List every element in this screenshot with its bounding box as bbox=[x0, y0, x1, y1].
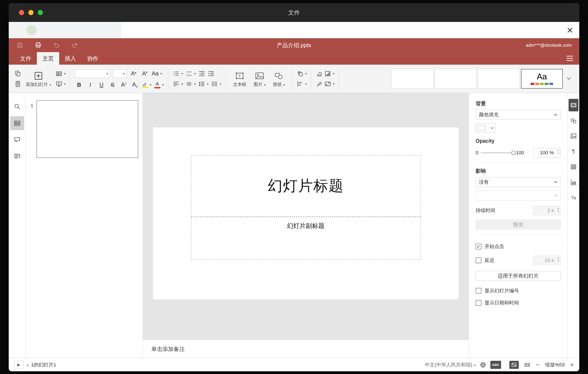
search-panel-button[interactable] bbox=[10, 100, 24, 114]
zoom-out-button[interactable]: − bbox=[536, 362, 540, 368]
clear-style-button[interactable] bbox=[316, 70, 323, 77]
arrange-shape-button[interactable] bbox=[297, 70, 307, 77]
spinner-arrows-icon[interactable]: ▴▾ bbox=[558, 207, 559, 212]
start-on-click-checkbox[interactable]: ✓ bbox=[476, 244, 482, 249]
copy-button[interactable] bbox=[14, 70, 21, 77]
slide-thumbnail[interactable] bbox=[36, 100, 138, 158]
preview-button[interactable]: 预览 bbox=[476, 220, 561, 230]
background-fill-select[interactable]: 颜色填充 bbox=[476, 110, 561, 120]
insert-textbox-button[interactable]: T 文本框 bbox=[230, 71, 249, 87]
theme-tile[interactable] bbox=[478, 69, 520, 88]
font-size-combo[interactable] bbox=[113, 69, 127, 78]
chart-settings-button[interactable] bbox=[568, 176, 578, 188]
slide-settings-button[interactable] bbox=[568, 99, 578, 111]
italic-button[interactable]: I bbox=[86, 82, 94, 88]
vertical-align-button[interactable] bbox=[186, 80, 196, 87]
bullets-button[interactable] bbox=[173, 70, 183, 77]
chat-panel-button[interactable] bbox=[10, 149, 24, 163]
insert-shape-button[interactable]: 形状 bbox=[270, 71, 287, 87]
fit-to-slide-button[interactable] bbox=[509, 361, 519, 369]
align-shape-button[interactable] bbox=[297, 80, 307, 87]
theme-tile[interactable] bbox=[392, 69, 433, 88]
undo-button[interactable] bbox=[53, 42, 60, 49]
print-button[interactable] bbox=[35, 42, 42, 49]
paste-button[interactable] bbox=[14, 80, 21, 87]
paragraph-settings-button[interactable]: ¶ bbox=[568, 145, 578, 158]
theme-tile[interactable] bbox=[435, 69, 476, 88]
increase-font-button[interactable]: A▴ bbox=[129, 71, 138, 76]
slides-panel-button[interactable] bbox=[10, 116, 24, 130]
background-color-select[interactable] bbox=[476, 123, 496, 133]
add-slide-button[interactable]: 添加幻灯片 bbox=[23, 71, 54, 87]
document-language-button[interactable] bbox=[480, 362, 486, 368]
notes-area[interactable]: 单击添加备注 bbox=[143, 340, 469, 358]
effect-type-select[interactable] bbox=[476, 191, 561, 200]
superscript-button[interactable]: A2 bbox=[119, 82, 128, 88]
tab-collaboration[interactable]: 协作 bbox=[82, 52, 104, 65]
spinner-arrows-icon[interactable]: ▴▾ bbox=[558, 257, 559, 262]
change-layout-button[interactable] bbox=[56, 70, 66, 77]
effect-select[interactable]: 没有 bbox=[476, 177, 561, 187]
decrease-indent-button[interactable] bbox=[198, 70, 205, 77]
start-slideshow-button[interactable] bbox=[56, 80, 66, 87]
minimize-traffic-light[interactable] bbox=[28, 10, 33, 15]
theme-tile-selected[interactable]: Aa bbox=[521, 69, 563, 88]
opacity-value-spinner[interactable]: 100 % ▴▾ bbox=[533, 148, 561, 157]
close-traffic-light[interactable] bbox=[19, 10, 24, 15]
slide-size-button[interactable] bbox=[324, 80, 335, 87]
tab-file[interactable]: 文件 bbox=[14, 52, 37, 65]
zoom-traffic-light[interactable] bbox=[38, 10, 43, 15]
spinner-arrows-icon[interactable]: ▴▾ bbox=[558, 149, 559, 154]
table-settings-button[interactable] bbox=[568, 161, 578, 173]
fit-to-width-button[interactable] bbox=[523, 361, 532, 369]
zoom-level-label[interactable]: 缩放%53 bbox=[544, 362, 566, 368]
increase-indent-button[interactable] bbox=[208, 70, 214, 77]
toolbar-separator bbox=[226, 68, 226, 89]
line-spacing-button[interactable] bbox=[198, 80, 209, 87]
title-placeholder[interactable]: 幻灯片标题 bbox=[191, 155, 421, 217]
delay-checkbox[interactable] bbox=[476, 257, 482, 263]
shape-settings-button[interactable] bbox=[568, 114, 578, 127]
numbering-button[interactable]: 12 bbox=[186, 70, 196, 77]
save-button[interactable] bbox=[16, 42, 23, 49]
duration-spinner[interactable]: 2 s ▴▾ bbox=[533, 206, 561, 215]
language-selector[interactable]: 中文(中华人民共和国) bbox=[425, 362, 476, 368]
insert-image-button[interactable]: 图片 bbox=[251, 71, 268, 87]
font-name-combo[interactable] bbox=[75, 69, 110, 78]
bold-button[interactable]: B bbox=[75, 82, 83, 88]
show-date-time-checkbox[interactable] bbox=[476, 300, 482, 306]
gallery-expand-button[interactable] bbox=[564, 69, 574, 88]
slide-title-text: 幻灯片标题 bbox=[268, 176, 344, 196]
close-icon[interactable]: × bbox=[567, 25, 573, 35]
tab-home[interactable]: 主页 bbox=[37, 52, 59, 65]
slide-surface[interactable]: 幻灯片标题 幻灯片副标题 bbox=[153, 127, 459, 299]
slider-knob[interactable] bbox=[511, 151, 516, 155]
opacity-slider[interactable] bbox=[481, 152, 514, 153]
show-slide-number-checkbox[interactable] bbox=[476, 288, 482, 294]
horizontal-align-button[interactable] bbox=[173, 80, 183, 87]
subtitle-placeholder[interactable]: 幻灯片副标题 bbox=[191, 217, 421, 260]
font-color-button[interactable]: A bbox=[154, 81, 164, 88]
change-case-button[interactable]: Aa bbox=[152, 71, 162, 76]
dropdown-caret-icon[interactable] bbox=[26, 362, 28, 368]
comments-panel-button[interactable] bbox=[10, 133, 24, 147]
show-date-time-row: 显示日期和时间 bbox=[476, 299, 561, 307]
hamburger-menu-icon[interactable] bbox=[567, 56, 573, 61]
zoom-in-button[interactable]: + bbox=[570, 362, 574, 368]
columns-button[interactable] bbox=[211, 80, 221, 87]
subscript-button[interactable]: A2 bbox=[131, 82, 139, 88]
shape-fill-button[interactable] bbox=[324, 70, 335, 77]
highlight-color-button[interactable] bbox=[142, 82, 151, 88]
text-art-settings-button[interactable]: Ta bbox=[568, 191, 578, 204]
copy-style-button[interactable] bbox=[316, 80, 323, 87]
redo-button[interactable] bbox=[71, 42, 78, 49]
apply-to-all-slides-button[interactable]: 适用于所有幻灯片 bbox=[476, 271, 561, 281]
decrease-font-button[interactable]: A▾ bbox=[140, 71, 149, 76]
spellcheck-toggle[interactable]: ABC bbox=[490, 361, 501, 369]
start-slideshow-status-button[interactable]: ▶ bbox=[14, 361, 23, 369]
strikethrough-button[interactable]: S bbox=[108, 82, 117, 88]
tab-insert[interactable]: 插入 bbox=[59, 52, 82, 65]
image-settings-button[interactable] bbox=[568, 130, 578, 142]
delay-spinner[interactable]: 10 s ▴▾ bbox=[533, 256, 561, 265]
underline-button[interactable]: U bbox=[97, 82, 106, 88]
